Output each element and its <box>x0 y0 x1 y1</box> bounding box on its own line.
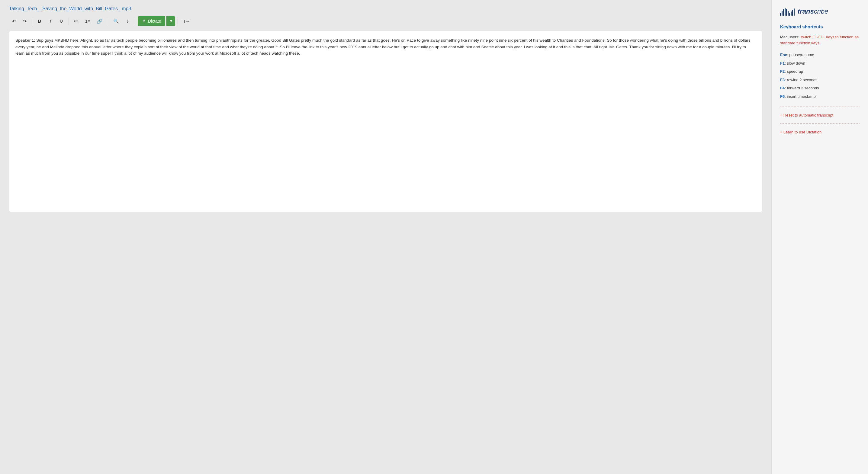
dictate-dropdown-button[interactable]: ▼ <box>166 16 175 26</box>
zoom-button[interactable]: 🔍 <box>111 16 122 26</box>
ordered-list-button[interactable]: 1≡ <box>83 16 93 26</box>
logo-area: transcribe <box>780 7 860 16</box>
shortcut-f1: F1: slow down <box>780 60 860 66</box>
shortcut-list: Esc: pause/resume F1: slow down F2: spee… <box>780 52 860 99</box>
separator-5 <box>178 18 178 25</box>
logo-text: transcribe <box>798 7 828 15</box>
shortcut-f4: F4: forward 2 seconds <box>780 85 860 91</box>
shortcut-f2: F2: speed up <box>780 68 860 74</box>
transcript-text: Speaker 1: Sup guys MKBHD here. Alright,… <box>16 37 756 57</box>
download-icon: ⇓ <box>126 19 130 24</box>
ordered-list-icon: 1≡ <box>85 19 90 24</box>
dictate-label: Dictate <box>148 19 161 24</box>
separator-1 <box>32 18 32 25</box>
italic-button[interactable]: I <box>45 16 55 26</box>
separator-3 <box>108 18 108 25</box>
download-button[interactable]: ⇓ <box>123 16 132 26</box>
logo-icon <box>780 7 795 16</box>
separator-2 <box>68 18 69 25</box>
microphone-icon <box>142 19 146 23</box>
undo-button[interactable]: ↶ <box>9 16 19 26</box>
reset-transcript-link[interactable]: » Reset to automatic transcript <box>780 113 860 118</box>
toolbar: ↶ ↷ B I U •≡ 1≡ 🔗 🔍 <box>9 16 762 26</box>
undo-icon: ↶ <box>12 19 16 24</box>
italic-icon: I <box>50 19 51 24</box>
dictate-button[interactable]: Dictate <box>138 16 165 26</box>
chevron-down-icon: ▼ <box>169 19 173 23</box>
text-format-button[interactable]: T→ <box>180 16 192 26</box>
bullet-list-icon: •≡ <box>74 19 79 24</box>
underline-icon: U <box>60 19 63 24</box>
link-button[interactable]: 🔗 <box>94 16 105 26</box>
underline-button[interactable]: U <box>57 16 66 26</box>
mac-users-prefix: Mac users: <box>780 35 800 39</box>
mac-users-note: Mac users: switch F1-F11 keys to functio… <box>780 34 860 46</box>
bold-icon: B <box>38 19 41 24</box>
shortcut-f3: F3: rewind 2 seconds <box>780 77 860 83</box>
zoom-icon: 🔍 <box>113 19 119 24</box>
sidebar: transcribe Keyboard shortcuts Mac users:… <box>771 0 868 474</box>
text-format-icon: T→ <box>183 19 189 24</box>
learn-dictation-link[interactable]: » Learn to use Dictation <box>780 130 860 134</box>
divider-1 <box>780 106 860 107</box>
redo-icon: ↷ <box>23 19 27 24</box>
file-title: Talking_Tech__Saving_the_World_with_Bill… <box>9 6 762 11</box>
shortcuts-title: Keyboard shortcuts <box>780 24 860 29</box>
bullet-list-button[interactable]: •≡ <box>71 16 81 26</box>
shortcut-f6: F6: insert timestamp <box>780 94 860 100</box>
link-icon: 🔗 <box>97 19 103 24</box>
shortcut-esc: Esc: pause/resume <box>780 52 860 58</box>
editor-area[interactable]: Speaker 1: Sup guys MKBHD here. Alright,… <box>9 31 762 212</box>
bold-button[interactable]: B <box>35 16 44 26</box>
separator-4 <box>135 18 135 25</box>
redo-button[interactable]: ↷ <box>20 16 30 26</box>
